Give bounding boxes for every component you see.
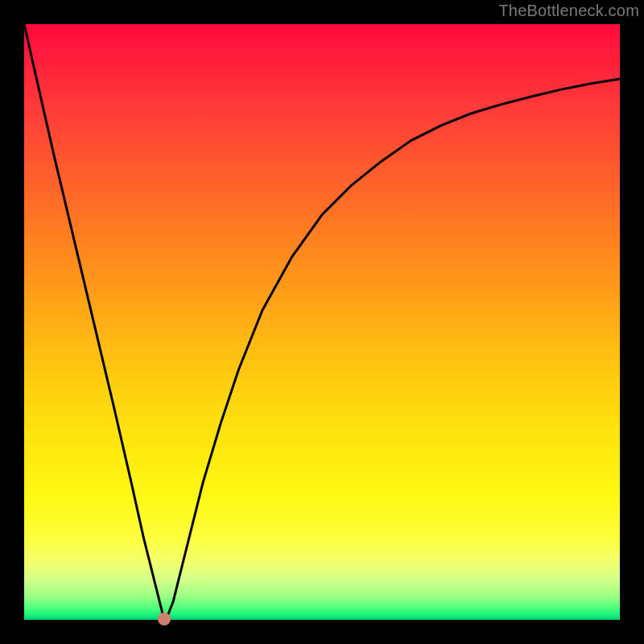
optimum-marker-icon: [158, 613, 171, 625]
chart-frame: TheBottleneck.com: [0, 0, 644, 644]
plot-area: [24, 24, 620, 620]
curve-svg: [24, 24, 620, 620]
bottleneck-curve: [24, 24, 620, 620]
credit-text: TheBottleneck.com: [498, 2, 639, 20]
